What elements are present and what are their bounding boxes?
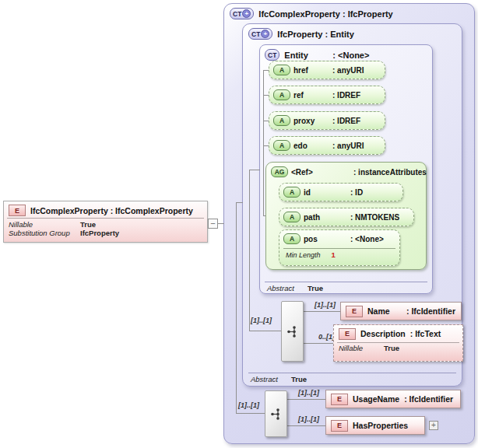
- attribute-box-edo[interactable]: A edo : anyURI: [269, 136, 385, 155]
- property-value: IfcProperty: [80, 229, 119, 237]
- separator: [283, 248, 395, 249]
- connector-line: [304, 343, 334, 344]
- attribute-box-id[interactable]: A id : ID: [279, 183, 403, 201]
- complex-type-icon: CT+: [230, 8, 254, 19]
- attribute-name: edo: [293, 142, 329, 150]
- attribute-name: path: [304, 213, 347, 222]
- attribute-type: : NMTOKENS: [350, 213, 399, 222]
- abstract-value: True: [308, 284, 323, 292]
- element-name: Name: [367, 306, 402, 316]
- abstract-label: Abstract: [251, 375, 291, 383]
- attribute-type: : anyURI: [332, 66, 364, 75]
- element-type: : IfcText: [410, 329, 441, 338]
- attribute-type: : anyURI: [332, 142, 364, 150]
- attribute-type: : IDREF: [332, 91, 360, 100]
- attribute-name: href: [293, 66, 329, 75]
- element-name: UsageName: [353, 394, 399, 404]
- attribute-name: ref: [293, 91, 329, 100]
- connector-line: [236, 202, 243, 203]
- property-label: Substitution Group: [9, 229, 80, 237]
- element-type: : IfcIdentifier: [404, 394, 453, 404]
- attribute-icon: A: [283, 233, 301, 244]
- element-box-hasproperties[interactable]: E HasProperties: [325, 416, 425, 435]
- abstract-value: True: [291, 375, 307, 383]
- element-type: : IfcIdentifier: [406, 306, 455, 316]
- plus-icon: +: [261, 30, 269, 38]
- attribute-group-icon: AG: [271, 166, 288, 177]
- element-box-name[interactable]: E Name : IfcIdentifier: [340, 302, 462, 320]
- container-title: IfcComplexProperty : IfcProperty: [258, 9, 392, 19]
- sequence-icon: [270, 408, 282, 421]
- attribute-type: : <None>: [350, 235, 384, 243]
- cardinality-label: [1]..[1]: [238, 401, 259, 409]
- cardinality-label: [1]..[1]: [298, 389, 319, 397]
- element-icon: E: [9, 205, 26, 216]
- global-element-box[interactable]: E IfcComplexProperty : IfcComplexPropert…: [3, 201, 208, 243]
- attribute-group-type: : instanceAttributes: [353, 168, 427, 177]
- complex-type-icon-label: CT: [251, 30, 260, 38]
- connector-line: [287, 425, 326, 426]
- attribute-icon: A: [273, 140, 290, 151]
- plus-icon: +: [242, 9, 251, 18]
- attribute-icon: A: [273, 89, 290, 100]
- global-element-title: IfcComplexProperty : IfcComplexProperty: [30, 206, 193, 215]
- sequence-compositor[interactable]: [281, 301, 304, 362]
- connector-line: [249, 170, 250, 331]
- element-box-usagename[interactable]: E UsageName : IfcIdentifier: [325, 390, 461, 408]
- connector-line: [304, 311, 341, 312]
- element-icon: E: [339, 328, 356, 340]
- container-title-bar[interactable]: CT+ IfcProperty : Entity: [243, 24, 462, 44]
- element-icon: E: [346, 306, 363, 317]
- sequence-icon: [286, 325, 298, 338]
- connector-line: [236, 413, 265, 414]
- connector-line: [249, 331, 282, 331]
- container-title: IfcProperty : Entity: [277, 30, 353, 39]
- attribute-icon: A: [273, 115, 290, 126]
- complex-type-icon-label: CT: [268, 51, 276, 59]
- property-label: Nillable: [339, 344, 384, 352]
- attribute-box-path[interactable]: A path : NMTOKENS: [279, 208, 414, 226]
- attribute-type: : ID: [350, 188, 363, 197]
- complex-type-icon: CT: [265, 49, 279, 61]
- cardinality-label: [1]..[1]: [315, 301, 336, 309]
- attribute-box-href[interactable]: A href : anyURI: [269, 61, 385, 79]
- facet-label: Min Length: [286, 251, 321, 259]
- attribute-box-proxy[interactable]: A proxy : IDREF: [269, 111, 385, 130]
- connector-line: [236, 202, 237, 414]
- attribute-name: id: [304, 188, 347, 197]
- element-icon: E: [331, 394, 348, 405]
- connector-line: [249, 170, 260, 170]
- attribute-group-name: <Ref>: [291, 168, 350, 177]
- connector-line: [287, 399, 326, 400]
- facet-value: 1: [332, 250, 336, 259]
- expand-icon[interactable]: +: [429, 421, 438, 430]
- element-icon: E: [331, 420, 348, 432]
- property-value: True: [384, 344, 399, 352]
- separator: [248, 373, 456, 373]
- attribute-type: : IDREF: [332, 117, 360, 125]
- element-box-description[interactable]: E Description : IfcText Nillable True: [333, 324, 463, 362]
- attribute-box-pos[interactable]: A pos : <None> Min Length 1: [279, 229, 400, 266]
- cardinality-label: [1]..[1]: [251, 317, 272, 324]
- attribute-box-ref[interactable]: A ref : IDREF: [269, 86, 385, 104]
- attribute-name: pos: [304, 235, 347, 243]
- entity-name: Entity: [284, 51, 328, 60]
- entity-type: : <None>: [332, 51, 369, 60]
- complex-type-icon: CT+: [248, 28, 272, 40]
- sequence-compositor[interactable]: [265, 390, 287, 437]
- collapse-icon[interactable]: −: [208, 219, 218, 229]
- abstract-label: Abstract: [267, 284, 308, 292]
- attribute-icon: A: [283, 212, 301, 222]
- cardinality-label: 0..[1]: [318, 333, 335, 341]
- separator: [265, 282, 427, 282]
- cardinality-label: [1]..[1]: [298, 415, 319, 423]
- complex-type-icon-label: CT: [233, 10, 241, 18]
- property-value: True: [80, 220, 96, 229]
- abstract-footer: Abstract True: [265, 282, 427, 292]
- element-name: Description: [360, 329, 406, 338]
- connector-line: [263, 70, 264, 216]
- attribute-icon: A: [273, 65, 290, 75]
- container-title-bar[interactable]: CT+ IfcComplexProperty : IfcProperty: [224, 4, 474, 23]
- attribute-icon: A: [283, 187, 301, 198]
- attribute-name: proxy: [293, 117, 329, 125]
